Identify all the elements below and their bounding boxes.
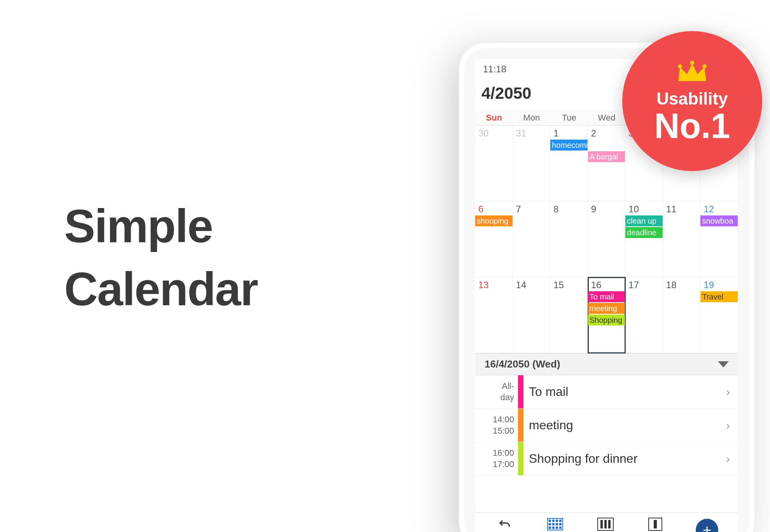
bottom-tab-bar: Today Month Week <box>475 513 738 532</box>
status-time: 11:18 <box>483 64 506 74</box>
event-color-bar <box>518 409 523 442</box>
event-chip[interactable]: shooping <box>475 215 513 226</box>
day-cell-31[interactable]: 31 <box>513 126 551 201</box>
day-number: 8 <box>550 201 588 215</box>
day-cell-13[interactable]: 13 <box>475 277 513 353</box>
day-number: 11 <box>663 201 700 215</box>
day-cell-10[interactable]: 10clean updeadline <box>625 201 663 277</box>
tab-today[interactable]: Today <box>495 517 514 532</box>
day-number: 31 <box>513 126 550 139</box>
day-cell-15[interactable]: 15 <box>550 277 588 353</box>
day-cell-16[interactable]: 16To mailmeetingShopping <box>588 277 626 353</box>
day-cell-11[interactable]: 11 <box>663 201 701 277</box>
back-arrow-icon <box>495 517 513 532</box>
weekday-wed: Wed <box>588 113 626 123</box>
day-cell-12[interactable]: 12snowboa <box>700 201 738 277</box>
agenda-title: To mail <box>523 375 723 408</box>
day-number: 15 <box>550 277 588 290</box>
agenda-row[interactable]: 16:0017:00Shopping for dinner› <box>475 442 738 476</box>
agenda-time: 16:0017:00 <box>475 442 518 475</box>
event-color-bar <box>518 442 523 475</box>
event-chip[interactable]: snowboa <box>700 215 738 226</box>
headline-line-1: Simple <box>64 200 212 252</box>
day-number: 30 <box>475 126 513 139</box>
plus-icon: + <box>703 522 711 532</box>
selected-day-panel: 16/4/2050 (Wed) All-dayTo mail›14:0015:0… <box>475 353 738 476</box>
weekday-tue: Tue <box>550 113 588 123</box>
day-panel-date: 16/4/2050 (Wed) <box>485 358 560 370</box>
day-number: 17 <box>625 277 663 290</box>
day-number: 6 <box>475 201 513 215</box>
weekday-mon: Mon <box>513 113 551 123</box>
agenda-time: All-day <box>475 375 518 408</box>
day-cell-17[interactable]: 17 <box>625 277 663 353</box>
day-number: 16 <box>588 277 625 290</box>
day-number: 12 <box>700 201 738 215</box>
day-cell-18[interactable]: 18 <box>663 277 701 353</box>
day-number: 9 <box>588 201 625 215</box>
day-cell-14[interactable]: 14 <box>513 277 551 353</box>
event-chip[interactable]: meeting <box>588 303 625 314</box>
month-grid-icon <box>546 517 564 532</box>
marketing-headline: Simple Calendar <box>64 194 258 320</box>
day-number: 7 <box>513 201 550 215</box>
day-cell-6[interactable]: 6shooping <box>475 201 513 277</box>
svg-point-2 <box>702 64 707 68</box>
tab-day[interactable]: Day <box>646 517 664 532</box>
agenda-time: 14:0015:00 <box>475 409 518 442</box>
event-chip[interactable]: A bargai <box>588 151 625 162</box>
event-chip[interactable]: Travel <box>700 291 738 302</box>
agenda-row[interactable]: 14:0015:00meeting› <box>475 409 738 442</box>
day-number: 2 <box>588 126 625 139</box>
event-chip[interactable]: homecoming <box>550 140 588 150</box>
tab-month[interactable]: Month <box>545 517 565 532</box>
headline-line-2: Calendar <box>64 263 258 315</box>
week-columns-icon <box>597 517 614 532</box>
event-chip[interactable]: deadline <box>625 227 663 238</box>
weekday-sun: Sun <box>475 113 513 123</box>
crown-icon <box>675 59 710 88</box>
chevron-right-icon: › <box>723 442 738 475</box>
day-number: 10 <box>625 201 663 215</box>
day-column-icon <box>646 517 664 532</box>
day-number: 1 <box>550 126 588 139</box>
event-chip[interactable]: Shopping <box>588 315 625 326</box>
chevron-right-icon: › <box>723 375 738 408</box>
day-number: 14 <box>513 277 550 290</box>
day-cell-2[interactable]: 2A bargai <box>588 126 626 201</box>
day-panel-header[interactable]: 16/4/2050 (Wed) <box>475 353 738 375</box>
agenda-title: Shopping for dinner <box>523 442 723 475</box>
collapse-icon[interactable] <box>718 361 729 368</box>
agenda-title: meeting <box>523 409 723 442</box>
day-cell-19[interactable]: 19Travel <box>700 277 738 353</box>
day-number: 18 <box>663 277 700 290</box>
day-cell-9[interactable]: 9 <box>588 201 626 277</box>
event-color-bar <box>518 375 523 408</box>
svg-point-1 <box>690 61 695 65</box>
day-cell-8[interactable]: 8 <box>550 201 588 277</box>
badge-line-2: No.1 <box>654 108 730 144</box>
day-cell-1[interactable]: 1homecoming <box>550 126 588 201</box>
day-number: 13 <box>475 277 513 290</box>
day-cell-30[interactable]: 30 <box>475 126 513 201</box>
day-number: 19 <box>700 277 738 290</box>
event-chip[interactable]: clean up <box>625 215 663 226</box>
tab-week[interactable]: Week <box>597 517 614 532</box>
agenda-row[interactable]: All-dayTo mail› <box>475 375 738 409</box>
svg-point-0 <box>678 64 682 68</box>
add-event-button[interactable]: + <box>696 519 718 532</box>
event-chip[interactable]: To mail <box>588 291 625 302</box>
usability-badge: Usability No.1 <box>622 31 762 171</box>
badge-line-1: Usability <box>656 89 728 108</box>
chevron-right-icon: › <box>723 409 738 442</box>
day-cell-7[interactable]: 7 <box>513 201 551 277</box>
